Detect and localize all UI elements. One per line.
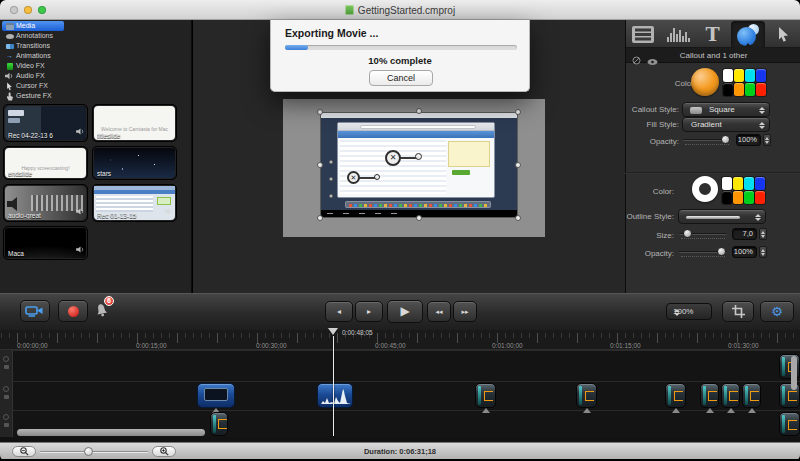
slider-thumb[interactable] <box>717 247 726 256</box>
sidebar-item-video-fx[interactable]: Video FX <box>2 61 64 71</box>
sidebar-item-annotations[interactable]: Annotations <box>2 31 64 41</box>
color-swatch[interactable] <box>745 83 755 96</box>
size-stepper[interactable] <box>759 228 767 240</box>
resize-handle[interactable] <box>317 215 323 221</box>
color-swatch[interactable] <box>733 177 743 190</box>
color-swatch[interactable] <box>734 69 744 82</box>
settings-button[interactable]: ⚙ <box>760 301 794 322</box>
fill-opacity-stepper[interactable] <box>763 134 771 146</box>
resize-handle[interactable] <box>515 162 521 168</box>
track-lock-icon[interactable] <box>4 423 9 427</box>
outline-opacity-value[interactable]: 100% <box>732 246 757 258</box>
timeline-clip-callout[interactable] <box>779 412 800 436</box>
media-item-rec-04-22-13-6[interactable]: Rec 04-22-13 6 <box>3 104 88 142</box>
timeline-clip-video[interactable] <box>197 383 235 408</box>
sidebar-item-cursor-fx[interactable]: Cursor FX <box>2 81 64 91</box>
fill-style-dropdown[interactable]: Gradient <box>682 117 770 132</box>
fill-opacity-slider[interactable] <box>683 135 731 145</box>
media-item-audio-great[interactable]: audio-great <box>3 184 88 222</box>
callout-anchor-icon[interactable]: ✕ <box>385 150 401 166</box>
timeline-clip-callout[interactable] <box>742 383 761 408</box>
jump-to-start-button[interactable]: ◂◂ <box>427 301 451 322</box>
color-swatch[interactable] <box>733 191 743 204</box>
timeline-clip-callout[interactable] <box>576 383 597 408</box>
timeline-clip-callout[interactable] <box>700 383 719 408</box>
callout-handle[interactable] <box>374 174 380 180</box>
crop-button[interactable] <box>722 301 754 322</box>
outline-opacity-stepper[interactable] <box>759 246 767 258</box>
track-enable-toggle[interactable] <box>3 414 9 420</box>
tab-audio[interactable] <box>661 20 696 48</box>
video-preview[interactable] <box>320 112 518 218</box>
timeline-clip-callout[interactable] <box>721 383 740 408</box>
timeline-clip-callout[interactable] <box>210 412 228 436</box>
color-swatch[interactable] <box>744 177 754 190</box>
sidebar-item-gesture-fx[interactable]: Gesture FX <box>2 91 64 101</box>
tab-cursor[interactable] <box>766 20 800 48</box>
callout-handle[interactable] <box>415 153 422 160</box>
size-slider[interactable] <box>679 229 727 239</box>
slider-thumb[interactable] <box>683 229 692 238</box>
timeline-clip-callout[interactable] <box>475 383 496 408</box>
sidebar-item-media[interactable]: Media <box>2 21 64 31</box>
edge-handle[interactable] <box>329 194 333 198</box>
media-item-maca[interactable]: Maca <box>3 226 88 260</box>
timeline-horizontal-scrollbar[interactable] <box>17 429 205 436</box>
step-back-button[interactable]: ◂ <box>325 301 353 322</box>
callout-anchor-icon[interactable]: ✕ <box>347 171 360 184</box>
media-item-rec-01-13-15[interactable]: Rec 01-13-15 <box>92 184 177 222</box>
edge-handle[interactable] <box>329 177 333 181</box>
resize-handle[interactable] <box>317 162 323 168</box>
resize-handle[interactable] <box>515 215 521 221</box>
playhead[interactable] <box>333 336 334 436</box>
color-swatch[interactable] <box>756 83 766 96</box>
tab-text[interactable]: T <box>695 20 730 48</box>
sidebar-item-audio-fx[interactable]: Audio FX <box>2 71 64 81</box>
step-forward-button[interactable]: ▸ <box>355 301 383 322</box>
color-swatch[interactable] <box>723 69 733 82</box>
timeline-clip-video-audio[interactable] <box>317 383 353 408</box>
resize-handle[interactable] <box>317 109 323 115</box>
color-swatch[interactable] <box>755 191 765 204</box>
edge-handle[interactable] <box>329 160 333 164</box>
color-swatch[interactable] <box>756 69 766 82</box>
track-enable-toggle[interactable] <box>3 386 9 392</box>
fill-opacity-value[interactable]: 100% <box>736 134 761 146</box>
sidebar-item-transitions[interactable]: Transitions <box>2 41 64 51</box>
color-swatch[interactable] <box>734 83 744 96</box>
sidebar-item-animations[interactable]: → Animations <box>2 51 64 61</box>
track-lock-icon[interactable] <box>4 395 9 399</box>
track-lock-icon[interactable] <box>4 365 9 369</box>
media-item-titleslide[interactable]: Welcome to Camtasia for Mac titleslide <box>92 104 177 142</box>
media-item-endslide[interactable]: Happy screencasting! endslide <box>3 146 88 180</box>
color-swatch[interactable] <box>745 69 755 82</box>
color-swatch[interactable] <box>723 83 733 96</box>
record-button[interactable] <box>58 300 88 322</box>
timeline-ruler[interactable]: 0:00:00;00 0:00:15;00 0:00:30;00 0:00:45… <box>0 330 800 350</box>
track-enable-toggle[interactable] <box>3 356 9 362</box>
resize-handle[interactable] <box>416 108 422 114</box>
outline-color-well[interactable] <box>692 176 718 202</box>
resize-handle[interactable] <box>416 215 422 221</box>
outline-style-dropdown[interactable] <box>678 209 766 224</box>
slider-thumb[interactable] <box>721 135 730 144</box>
color-swatch[interactable] <box>722 177 732 190</box>
timeline-clip-callout[interactable] <box>665 383 686 408</box>
playhead-marker-icon[interactable] <box>328 328 338 335</box>
color-swatch[interactable] <box>744 191 754 204</box>
play-button[interactable]: ▶ <box>387 300 423 323</box>
jump-to-end-button[interactable]: ▸▸ <box>453 301 477 322</box>
record-screen-button[interactable] <box>20 300 50 322</box>
resize-handle[interactable] <box>515 109 521 115</box>
timeline-vertical-scrollbar[interactable] <box>791 356 797 390</box>
cancel-button[interactable]: Cancel <box>369 70 433 86</box>
media-item-stars[interactable]: stars <box>92 146 177 180</box>
stage[interactable]: ✕ ✕ <box>283 99 545 237</box>
size-value[interactable]: 7,0 <box>732 228 757 240</box>
color-swatch[interactable] <box>755 177 765 190</box>
callout-style-dropdown[interactable]: Square <box>682 102 770 117</box>
canvas-zoom-dropdown[interactable]: 100% <box>666 303 712 320</box>
color-swatch[interactable] <box>722 191 732 204</box>
outline-opacity-slider[interactable] <box>679 247 727 257</box>
tab-clips[interactable] <box>626 20 661 48</box>
